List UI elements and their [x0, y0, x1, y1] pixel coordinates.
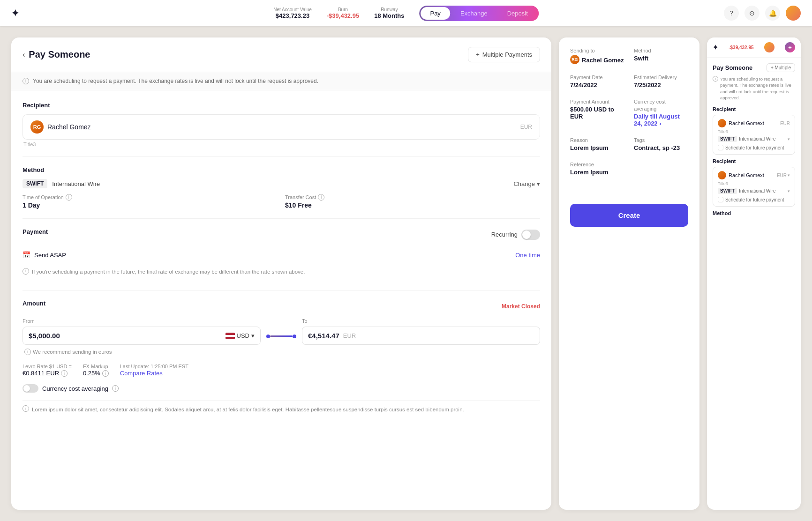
future-note-info-icon: i	[23, 268, 29, 275]
tab-deposit[interactable]: Deposit	[498, 7, 537, 20]
currency-avg-info-icon: i	[112, 385, 119, 392]
mini-info-bar: i You are scheduling to request a paymen…	[713, 76, 795, 101]
summary-grid-1: Sending to RG Rachel Gomez Method Swift	[570, 47, 688, 64]
mini-recipient-row-2: Rachel Gomext EUR ▾	[718, 171, 790, 179]
method-section-label: Method	[23, 166, 540, 173]
mini-recipient-label-1: Recipient	[713, 106, 795, 112]
mini-schedule-checkbox-1[interactable]	[718, 145, 723, 150]
mini-rec-left-1: Rachel Gomext	[718, 119, 764, 127]
payment-amount-value: $500.00 USD to EUR	[570, 106, 624, 120]
tags-item: Tags Contract, sp -23	[634, 136, 688, 151]
method-stats: Time of Operation i 1 Day Transfer Cost …	[23, 194, 540, 209]
payment-section: Payment Recurring 📅 Send ASAP One time	[23, 228, 540, 281]
compare-rates-value: Compare Rates	[120, 370, 188, 377]
create-button[interactable]: Create	[570, 204, 688, 227]
compare-rates-link[interactable]: Compare Rates	[120, 370, 163, 377]
mini-recipient-name-2: Rachel Gomext	[729, 172, 764, 178]
transfer-cost-stat: Transfer Cost i $10 Free	[285, 194, 540, 209]
currency-cost-value[interactable]: Daily till August 24, 2022 ›	[634, 113, 688, 127]
fx-markup-info-icon: i	[102, 370, 109, 377]
levro-rate-info-icon: i	[61, 370, 68, 377]
market-closed-badge: Market Closed	[502, 303, 540, 310]
help-icon-btn[interactable]: ?	[724, 6, 739, 21]
burn-stat: Burn -$39,432.95	[327, 7, 359, 19]
tab-pay[interactable]: Pay	[421, 7, 450, 20]
notifications-icon-btn[interactable]: 🔔	[765, 6, 780, 21]
mini-multiple-button[interactable]: + Multiple	[767, 63, 795, 72]
to-input-box[interactable]: €4,514.47 EUR	[302, 327, 540, 345]
currency-avg-toggle[interactable]	[23, 384, 38, 393]
connector-dot-left	[266, 335, 270, 338]
reference-label: Reference	[570, 162, 594, 167]
settings-icon-btn[interactable]: ⊙	[744, 6, 759, 21]
mini-recipient-name-1: Rachel Gomext	[729, 120, 764, 126]
sending-to-item: Sending to RG Rachel Gomez	[570, 47, 624, 64]
runway-label: Runway	[374, 7, 404, 12]
levro-rate-item: Levro Rate $1 USD = €0.8411 EUR i	[23, 363, 72, 377]
main-wrapper: ‹ Pay Someone + Multiple Payments i You …	[0, 26, 812, 521]
last-update-item: Last Update: 1:25:00 PM EST Compare Rate…	[120, 363, 188, 377]
nav-stats: Net Account Value $423,723.23 Burn -$39,…	[273, 6, 539, 21]
mini-recipient-box-1: Rachel Gomext EUR Title3 SWIFT Internati…	[713, 115, 795, 155]
user-avatar[interactable]	[786, 6, 801, 21]
to-col: To €4,514.47 EUR	[302, 318, 540, 345]
recipient-section-label: Recipient	[23, 102, 540, 109]
recipient-currency: EUR	[520, 124, 532, 130]
tags-label: Tags	[634, 137, 645, 143]
mini-recipient-box-2: Rachel Gomext EUR ▾ Title3 SWIFT Interna…	[713, 167, 795, 207]
mini-recipient-avatar-2	[718, 171, 726, 179]
usd-flag-icon	[226, 333, 235, 339]
mini-user-avatar[interactable]	[764, 42, 774, 52]
burn-value: -$39,432.95	[327, 12, 359, 19]
tab-exchange[interactable]: Exchange	[451, 7, 497, 20]
nav-icons: ? ⊙ 🔔	[724, 6, 801, 21]
recipient-box[interactable]: RG Rachel Gomez EUR	[23, 114, 540, 140]
mini-chevron-icon-2: ▾	[788, 173, 790, 178]
reason-label: Reason	[570, 137, 588, 143]
change-chevron-icon: ▾	[537, 180, 540, 187]
recurring-row: Recurring	[491, 230, 540, 240]
info-icon: i	[23, 78, 29, 84]
mini-title3-1: Title3	[718, 129, 790, 134]
method-badge: SWIFT	[23, 179, 47, 188]
connector-dot-right	[293, 335, 296, 338]
mini-currency-selector-2[interactable]: EUR ▾	[777, 173, 790, 178]
recipient-avatar: RG	[30, 120, 44, 134]
multiple-payments-button[interactable]: + Multiple Payments	[468, 47, 540, 62]
runway-stat: Runway 18 Months	[374, 7, 404, 19]
reference-value: Lorem Ipsum	[570, 169, 688, 176]
from-currency-chevron-icon: ▾	[251, 332, 255, 339]
panel-title-row: ‹ Pay Someone	[23, 49, 90, 60]
send-asap-left: 📅 Send ASAP	[23, 251, 66, 259]
from-input-box[interactable]: $5,000.00 USD ▾	[23, 327, 261, 345]
title3-label: Title3	[23, 141, 540, 147]
time-op-value: 1 Day	[23, 201, 278, 209]
method-desc: International Wire	[52, 180, 100, 187]
from-currency-selector[interactable]: USD ▾	[226, 332, 255, 339]
currency-cost-label: Currency cost averaging	[634, 99, 666, 112]
summary-grid-4: Reason Lorem Ipsum Tags Contract, sp -23	[570, 136, 688, 151]
transfer-cost-value: $10 Free	[285, 201, 540, 209]
calendar-icon: 📅	[23, 251, 30, 259]
net-account-label: Net Account Value	[273, 7, 312, 12]
back-button[interactable]: ‹	[23, 51, 25, 59]
connector-line	[270, 335, 293, 337]
transfer-cost-info-icon: i	[318, 194, 324, 201]
mini-schedule-checkbox-2[interactable]	[718, 197, 723, 202]
summary-footer: Create	[559, 196, 699, 238]
method-section: Method SWIFT International Wire Change ▾…	[23, 166, 540, 209]
tags-value: Contract, sp -23	[634, 144, 688, 151]
mini-schedule-label-1: Schedule for future payment	[725, 145, 784, 150]
to-amount-value: €4,514.47	[308, 332, 339, 340]
burn-label: Burn	[327, 7, 359, 12]
amount-header: Amount Market Closed	[23, 300, 540, 313]
mini-recipient-row-1: Rachel Gomext EUR	[718, 119, 790, 127]
method-value: Swift	[634, 55, 688, 62]
mini-rec-left-2: Rachel Gomext	[718, 171, 764, 179]
recurring-toggle[interactable]	[521, 230, 540, 240]
panel-header: ‹ Pay Someone + Multiple Payments	[11, 37, 551, 72]
method-item: Method Swift	[634, 47, 688, 64]
summary-grid-2: Payment Date 7/24/2022 Estimated Deliver…	[570, 74, 688, 89]
mini-plus-button[interactable]: +	[785, 42, 795, 52]
change-method-button[interactable]: Change ▾	[513, 180, 540, 187]
